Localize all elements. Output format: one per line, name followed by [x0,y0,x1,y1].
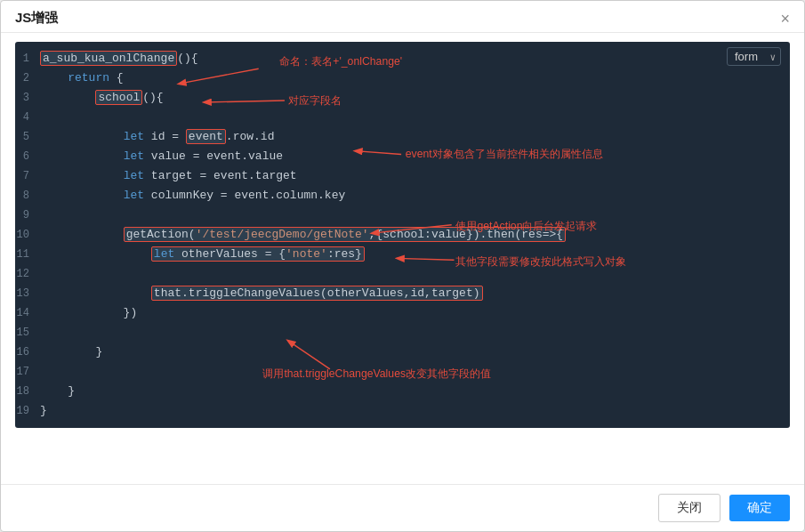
code-line-8: 8 let columnKey = event.column.key [15,186,790,206]
code-line-6: 6 let value = event.value [15,147,790,166]
js-enhance-dialog: JS增强 × form table [0,0,805,532]
code-line-19: 19 } [15,401,790,421]
code-editor: form table 1 a_sub_kua_onlChange(){ 2 [15,42,790,428]
dialog-footer: 关闭 确定 [1,484,804,531]
code-line-1: 1 a_sub_kua_onlChange(){ [15,49,790,69]
code-line-9: 9 [15,206,790,225]
form-select[interactable]: form table [727,47,781,66]
code-annotation-container: form table 1 a_sub_kua_onlChange(){ 2 [15,42,790,428]
code-line-18: 18 } [15,382,790,401]
code-toolbar: form table [727,47,781,66]
code-line-5: 5 let id = event.row.id [15,127,790,147]
code-line-15: 15 [15,323,790,343]
code-line-16: 16 } [15,343,790,362]
confirm-button[interactable]: 确定 [729,495,790,521]
code-line-4: 4 [15,108,790,127]
dialog-body: form table 1 a_sub_kua_onlChange(){ 2 [1,33,804,484]
code-line-2: 2 return { [15,69,790,88]
form-select-wrapper[interactable]: form table [727,47,781,66]
code-line-3: 3 school(){ [15,88,790,108]
code-lines: 1 a_sub_kua_onlChange(){ 2 return { 3 sc… [15,42,790,428]
code-line-11: 11 let otherValues = {'note':res} [15,245,790,264]
dialog-title: JS增强 [15,10,58,27]
dialog-header: JS增强 × [1,1,804,33]
code-line-12: 12 [15,264,790,284]
code-line-14: 14 }) [15,303,790,323]
code-line-17: 17 [15,362,790,382]
code-line-10: 10 getAction('/test/jeecgDemo/getNote',{… [15,225,790,245]
code-line-7: 7 let target = event.target [15,166,790,186]
code-line-13: 13 that.triggleChangeValues(otherValues,… [15,284,790,303]
close-icon[interactable]: × [780,11,790,27]
close-button[interactable]: 关闭 [658,494,720,522]
